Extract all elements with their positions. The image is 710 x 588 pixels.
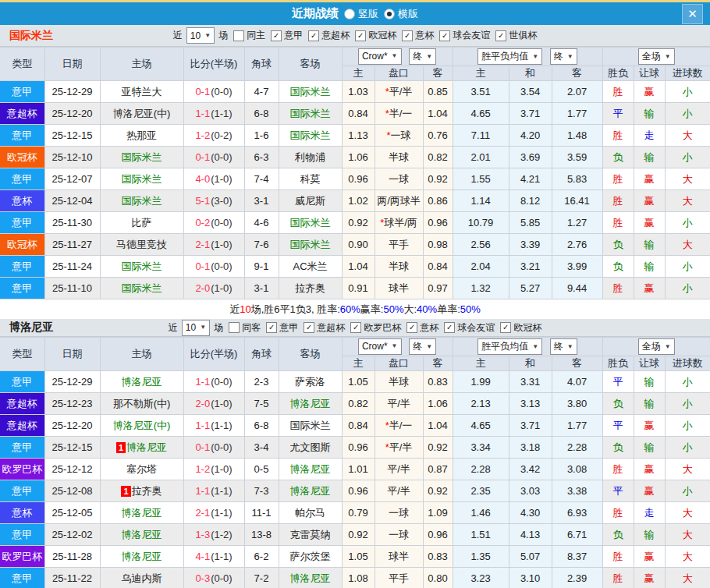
result-handicap: 赢: [634, 480, 665, 502]
away-team: 威尼斯: [279, 190, 342, 212]
away-team: 萨尔茨堡: [279, 546, 342, 568]
corners-cell: 7-3: [244, 480, 279, 502]
handicap-cell: 平/半: [375, 459, 423, 480]
odds-time-select[interactable]: 终▼: [409, 338, 436, 355]
handicap-cell: 半球: [375, 147, 423, 168]
match-row: 意超杯 25-12-20 博洛尼亚(中) 1-1(1-1) 6-8 国际米兰 0…: [0, 415, 710, 437]
fulltime-score: 4-0: [195, 173, 210, 185]
avg-home-odds: 1.14: [453, 190, 509, 212]
recent-count-select[interactable]: 10 ▼: [186, 27, 215, 44]
recent-count-select[interactable]: 10 ▼: [182, 320, 210, 336]
radio-horizontal-layout[interactable]: [384, 9, 395, 19]
halftime-score: (0-0): [211, 572, 232, 584]
avg-group-header: 胜平负均值▼ 终▼: [453, 338, 602, 356]
corners-cell: 11-1: [244, 502, 279, 524]
close-button[interactable]: ✕: [682, 4, 703, 24]
away-odds: 0.85: [423, 81, 453, 103]
team-section: 博洛尼亚 近 10 ▼ 场 同客 ✓意甲✓意超杯✓欧罗巴杯✓意杯✓球会友谊✓欧冠…: [0, 319, 710, 588]
avg-home-odds: 3.34: [453, 437, 509, 459]
away-odds: 1.06: [423, 393, 453, 415]
result-goals: 小: [665, 103, 710, 125]
scope-select[interactable]: 全场▼: [638, 48, 675, 65]
corners-cell: 6-3: [244, 147, 279, 168]
away-team: 国际米兰: [279, 103, 342, 125]
col-away: 客场: [279, 48, 342, 81]
subcol-avg-draw: 和: [509, 66, 552, 81]
avg-draw-odds: 5.85: [509, 212, 552, 234]
avg-source-select[interactable]: 胜平负均值▼: [477, 338, 542, 355]
scope-select[interactable]: 全场▼: [638, 338, 675, 355]
chevron-down-icon: ▼: [665, 54, 671, 60]
odds-group-header: Crow*▼ 终▼: [342, 338, 453, 356]
match-row: 意杯 25-12-04 国际米兰 5-1(3-0) 3-1 威尼斯 1.02 两…: [0, 190, 710, 212]
result-goals: 大: [665, 459, 710, 480]
competition-checkbox[interactable]: ✓: [444, 322, 455, 333]
odds-source-select[interactable]: Crow*▼: [358, 338, 402, 355]
halftime-score: (1-0): [211, 239, 232, 250]
competition-label: 意超杯: [317, 321, 345, 335]
avg-draw-odds: 3.39: [509, 234, 552, 256]
col-score: 比分(半场): [183, 338, 244, 371]
competition-checkbox[interactable]: ✓: [406, 322, 417, 333]
halftime-score: (0-0): [211, 151, 232, 163]
result-handicap: 赢: [634, 190, 665, 212]
avg-time-select[interactable]: 终▼: [550, 338, 577, 355]
home-team: 乌迪内斯: [100, 568, 183, 588]
team-section: 国际米兰 近 10 ▼ 场 同主 ✓意甲✓意超杯✓欧冠杯✓意杯✓球会友谊✓世俱杯: [0, 25, 710, 319]
handicap-cell: 一球: [375, 524, 423, 546]
result-wdl: 负: [602, 393, 634, 415]
odds-source-select[interactable]: Crow*▼: [358, 48, 402, 65]
home-team: 热那亚: [100, 125, 183, 147]
fulltime-score: 0-1: [195, 260, 210, 272]
subcol-odds-away: 客: [423, 66, 453, 81]
corners-cell: 7-6: [244, 234, 279, 256]
col-score: 比分(半场): [183, 48, 244, 81]
same-venue-checkbox[interactable]: [229, 322, 240, 333]
competition-checkbox[interactable]: ✓: [350, 322, 361, 333]
competition-checkbox[interactable]: ✓: [308, 30, 319, 41]
subcol-result-wdl: 胜负: [602, 66, 634, 81]
result-goals: 大: [665, 524, 710, 546]
avg-draw-odds: 5.27: [509, 278, 552, 299]
score-cell: 0-3(0-0): [183, 568, 244, 588]
avg-source-select[interactable]: 胜平负均值▼: [477, 48, 542, 65]
halftime-score: (0-0): [211, 441, 232, 453]
avg-group-header: 胜平负均值▼ 终▼: [453, 48, 602, 66]
competition-badge: 意甲: [0, 125, 44, 147]
handicap-cell: 平/半: [375, 393, 423, 415]
competition-checkbox[interactable]: ✓: [495, 30, 506, 41]
handicap-cell: 半球: [375, 256, 423, 278]
radio-vertical-layout[interactable]: [344, 9, 355, 19]
avg-home-odds: 3.23: [453, 568, 509, 588]
competition-checkbox[interactable]: ✓: [439, 30, 450, 41]
home-odds: 1.02: [342, 190, 375, 212]
avg-time-value: 终: [554, 340, 563, 353]
competition-checkbox[interactable]: ✓: [402, 30, 413, 41]
competition-checkbox[interactable]: ✓: [500, 322, 511, 333]
competition-checkbox[interactable]: ✓: [355, 30, 366, 41]
result-handicap: 输: [634, 147, 665, 168]
away-odds: 1.09: [423, 502, 453, 524]
handicap-cell: 平/半: [375, 480, 423, 502]
col-home: 主场: [100, 48, 183, 81]
result-wdl: 负: [602, 234, 634, 256]
avg-time-select[interactable]: 终▼: [550, 48, 577, 65]
competition-checkbox[interactable]: ✓: [304, 322, 314, 333]
avg-draw-odds: 3.13: [509, 393, 552, 415]
competition-checkbox[interactable]: ✓: [271, 30, 282, 41]
odds-time-select[interactable]: 终▼: [409, 48, 436, 65]
avg-home-odds: 2.04: [453, 256, 509, 278]
match-date: 25-11-24: [44, 256, 100, 278]
result-goals: 小: [665, 371, 710, 393]
same-venue-checkbox[interactable]: [233, 30, 244, 41]
avg-home-odds: 2.28: [453, 459, 509, 480]
home-team: 博洛尼亚(中): [100, 103, 183, 125]
competition-checkbox[interactable]: ✓: [266, 322, 277, 333]
handicap-cell: *半/一: [375, 415, 423, 437]
match-date: 25-12-23: [44, 393, 100, 415]
match-row: 意甲 25-12-29 博洛尼亚 1-1(0-0) 2-3 萨索洛 1.05 半…: [0, 371, 710, 393]
corners-cell: 7-2: [244, 568, 279, 588]
handicap-cell: *半/一: [375, 103, 423, 125]
summary-text: 50%: [383, 303, 403, 315]
home-odds: 0.96: [342, 480, 375, 502]
